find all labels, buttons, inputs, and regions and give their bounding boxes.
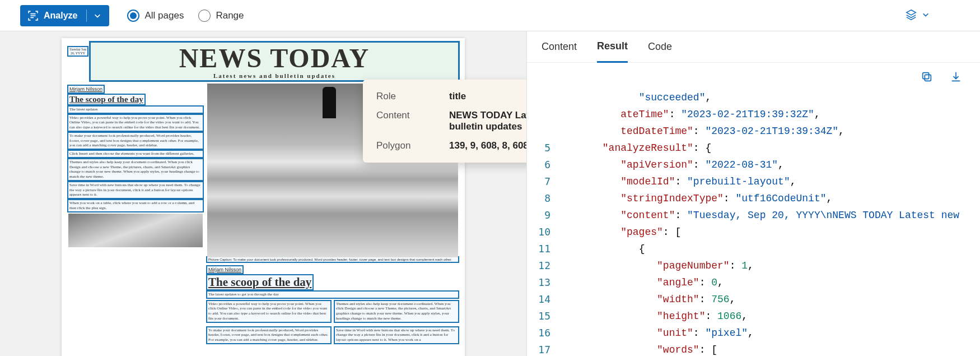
image-caption: Picture Caption: To make your document l… [207, 257, 458, 262]
document-subtitle: Latest news and bulletin updates [93, 72, 456, 80]
tooltip-polygon-value: 139, 9, 608, 8, 608, 89, 139, 90 [449, 140, 526, 151]
paragraph: Video provides a powerful way to help yo… [68, 115, 203, 131]
copy-icon [921, 76, 933, 85]
scan-icon [28, 11, 38, 21]
button-divider [86, 10, 87, 22]
svg-rect-0 [925, 75, 931, 81]
section-heading: The scoop of the day [68, 95, 144, 104]
layers-button[interactable] [899, 5, 935, 26]
paragraph: Click Insert and then choose the element… [68, 151, 203, 157]
download-icon [950, 76, 962, 85]
author-name: Mirjam Nilsson [207, 266, 242, 273]
left-column: Mirjam Nilsson The scoop of the day The … [68, 84, 203, 345]
svg-rect-1 [923, 73, 929, 79]
download-button[interactable] [948, 68, 964, 87]
tab-content[interactable]: Content [542, 31, 577, 63]
paragraph: To make your document look professionall… [207, 327, 330, 343]
subheading: The latest updates [68, 107, 203, 113]
tab-code[interactable]: Code [648, 31, 672, 63]
copy-button[interactable] [918, 68, 935, 87]
paragraph: Video provides a powerful way to help yo… [207, 301, 330, 322]
radio-all-pages[interactable]: All pages [127, 10, 184, 22]
radio-all-pages-label: All pages [144, 10, 184, 21]
radio-circle-icon [127, 10, 139, 22]
chevron-down-icon[interactable] [94, 12, 101, 20]
radio-range-label: Range [216, 10, 244, 21]
paragraph: When you work on a table, click where yo… [68, 200, 203, 211]
json-viewer[interactable]: 567891011121314151617 "succeeded", ateTi… [527, 89, 980, 356]
tooltip-role-value: title [449, 91, 526, 102]
results-pane: Content Result Code 5678 [526, 31, 980, 356]
result-actions [527, 63, 980, 89]
radio-circle-icon [198, 10, 211, 22]
document-preview-pane[interactable]: Tuesday Sep 20, YYYY NEWS TODAY Latest n… [0, 31, 526, 356]
paragraph: Themes and styles also help keep your do… [68, 159, 203, 180]
toolbar: Analyze All pages Range [0, 0, 980, 31]
analyze-button[interactable]: Analyze [20, 5, 109, 26]
results-tabs: Content Result Code [527, 31, 980, 63]
analyze-label: Analyze [44, 11, 77, 21]
paragraph: Save time in Word with new buttons that … [335, 327, 458, 343]
radio-range[interactable]: Range [198, 10, 244, 22]
main: Tuesday Sep 20, YYYY NEWS TODAY Latest n… [0, 31, 980, 356]
date-box: Tuesday Sep 20, YYYY [68, 47, 87, 56]
section-heading: The scoop of the day [207, 275, 312, 289]
chevron-down-icon [922, 11, 930, 20]
paragraph: Themes and styles also help keep your do… [335, 301, 458, 322]
tooltip-polygon-label: Polygon [376, 140, 449, 151]
document-title: NEWS TODAY Latest news and bulletin upda… [91, 43, 458, 80]
page-range-radio-group: All pages Range [127, 10, 244, 22]
image-placeholder [68, 214, 203, 247]
tooltip-content-label: Content [376, 110, 449, 132]
layers-icon [905, 8, 917, 22]
json-content: "succeeded", ateTime": "2023-02-21T19:39… [566, 89, 959, 356]
tooltip-content-value: NEWS TODAY Latest news and bulletin upda… [449, 110, 526, 132]
tooltip-role-label: Role [376, 91, 449, 102]
element-tooltip: Role title Content NEWS TODAY Latest new… [363, 80, 526, 163]
tab-result[interactable]: Result [597, 31, 628, 63]
paragraph: To make your document look professionall… [68, 133, 203, 149]
subheading: The latest updates to get you through th… [207, 292, 458, 298]
author-name: Mirjam Nilsson [68, 86, 104, 93]
line-number-gutter: 567891011121314151617 [527, 89, 555, 356]
paragraph: Save time in Word with new buttons that … [68, 182, 203, 198]
